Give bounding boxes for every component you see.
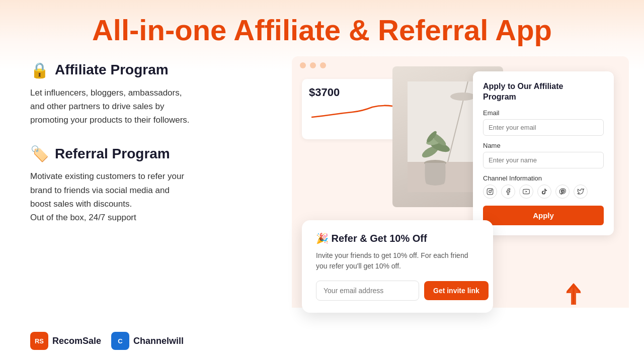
browser-dot-3 [320, 62, 326, 68]
apply-button[interactable]: Apply [483, 206, 604, 225]
youtube-icon[interactable] [519, 185, 533, 199]
referral-title-text: Referral Program [55, 146, 170, 162]
recomsale-logo: RS RecomSale [30, 332, 101, 350]
affiliate-icon: 🔒 [30, 61, 49, 79]
channelwill-text: Channelwill [133, 336, 184, 346]
left-panel: 🔒 Affiliate Program Let influencers, blo… [30, 56, 272, 242]
recomsale-icon: RS [30, 332, 48, 350]
channel-label: Channel Information [483, 174, 604, 182]
svg-marker-15 [566, 283, 581, 305]
affiliate-feature-title: 🔒 Affiliate Program [30, 61, 272, 79]
affiliate-form-card: Apply to Our AffiliateProgram Email Name… [473, 71, 614, 236]
referral-icon: 🏷️ [30, 145, 49, 162]
referral-input-row: Get invite link [316, 281, 479, 301]
name-input[interactable] [483, 152, 604, 168]
referral-feature-title: 🏷️ Referral Program [30, 145, 272, 162]
channel-icons [483, 185, 604, 199]
get-invite-link-button[interactable]: Get invite link [424, 281, 489, 300]
affiliate-feature-block: 🔒 Affiliate Program Let influencers, blo… [30, 61, 272, 127]
affiliate-form-title: Apply to Our AffiliateProgram [483, 81, 604, 103]
browser-dot-1 [300, 62, 306, 68]
page-header: All-in-one Affiliate & Referral App [0, 0, 644, 56]
page-title: All-in-one Affiliate & Referral App [0, 14, 644, 46]
channelwill-icon: C [111, 332, 129, 350]
main-content: 🔒 Affiliate Program Let influencers, blo… [0, 56, 644, 322]
referral-description: Motivate existing customers to refer you… [30, 169, 272, 224]
email-label: Email [483, 109, 604, 117]
tiktok-icon[interactable] [537, 185, 551, 199]
svg-marker-14 [526, 191, 527, 193]
affiliate-title-text: Affiliate Program [55, 62, 169, 78]
instagram-icon[interactable] [483, 185, 497, 199]
facebook-icon[interactable] [501, 185, 515, 199]
twitter-icon[interactable] [574, 185, 588, 199]
referral-popup-description: Invite your friends to get 10% off. For … [316, 250, 479, 272]
pinterest-icon[interactable] [555, 185, 570, 199]
name-label: Name [483, 142, 604, 149]
referral-popup: 🎉 Refer & Get 10% Off Invite your friend… [302, 220, 493, 313]
svg-point-12 [489, 191, 492, 193]
svg-point-13 [492, 190, 492, 191]
channelwill-logo: C Channelwill [111, 332, 184, 350]
referral-email-input[interactable] [316, 281, 419, 301]
svg-rect-11 [487, 189, 493, 195]
chart-card: $3700 [302, 79, 403, 139]
arrow-up-icon [564, 281, 584, 308]
referral-popup-title: 🎉 Refer & Get 10% Off [316, 232, 479, 244]
browser-dot-2 [310, 62, 316, 68]
right-panel: $3700 [292, 56, 614, 318]
recomsale-text: RecomSale [52, 336, 101, 346]
affiliate-description: Let influencers, bloggers, ambassadors,a… [30, 86, 272, 127]
referral-feature-block: 🏷️ Referral Program Motivate existing cu… [30, 145, 272, 224]
chart-svg [309, 102, 395, 122]
svg-point-4 [450, 93, 475, 101]
chart-value: $3700 [309, 86, 395, 99]
email-input[interactable] [483, 119, 604, 136]
logos-section: RS RecomSale C Channelwill [0, 322, 644, 362]
